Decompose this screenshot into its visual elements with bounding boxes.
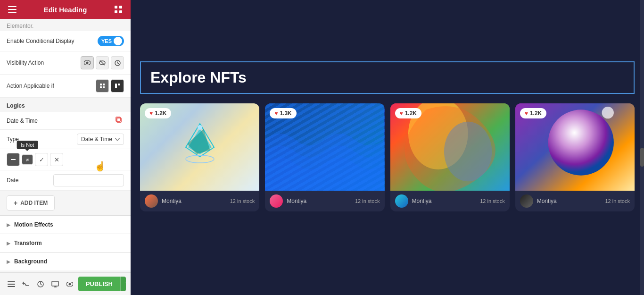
transform-header[interactable]: ▶ Transform <box>0 234 131 252</box>
transform-arrow: ▶ <box>7 241 10 246</box>
svg-point-45 <box>602 107 613 118</box>
visibility-hide-btn[interactable] <box>96 56 109 69</box>
nft-heading: Explore NFTs <box>150 69 624 86</box>
publish-btn[interactable]: PUBLISH <box>78 277 120 291</box>
background-label: Background <box>14 258 47 265</box>
responsive-btn[interactable] <box>49 277 62 292</box>
svg-rect-14 <box>100 84 102 85</box>
svg-rect-19 <box>118 84 120 85</box>
artist-name-1: Montiya <box>162 198 226 204</box>
visibility-show-btn[interactable] <box>81 56 94 69</box>
condition-minus-btn[interactable] <box>7 153 20 166</box>
heart-icon-2: ♥ <box>274 110 278 117</box>
stock-info-2: 12 in stock <box>355 198 380 204</box>
stock-info-1: 12 in stock <box>230 198 255 204</box>
visibility-action-row: Visibility Action <box>0 51 131 75</box>
svg-rect-22 <box>11 159 16 160</box>
svg-line-28 <box>41 284 42 285</box>
enable-conditional-display-toggle[interactable]: YES <box>98 36 124 46</box>
add-item-row: + ADD ITEM <box>0 191 131 215</box>
type-select[interactable]: Date & Time <box>77 134 124 145</box>
type-select-value: Date & Time <box>81 136 112 143</box>
date-time-label: Date & Time <box>7 118 38 124</box>
elementor-label: Elementor. <box>7 23 33 29</box>
nft-heading-section: Explore NFTs <box>140 61 635 94</box>
svg-rect-4 <box>119 6 122 8</box>
heart-icon-1: ♥ <box>149 110 153 117</box>
date-input[interactable] <box>53 174 124 186</box>
background-header[interactable]: ▶ Background <box>0 253 131 270</box>
toggle-yes-label: YES <box>101 38 112 44</box>
artist-avatar-1 <box>145 194 158 208</box>
artist-name-2: Montiya <box>287 198 351 204</box>
svg-line-13 <box>117 63 119 64</box>
publish-arrow-btn[interactable]: ▼ <box>120 277 126 291</box>
heart-icon-3: ♥ <box>400 110 403 117</box>
nft-card-image-2: ♥ 1.3K <box>265 103 384 191</box>
nft-card-footer-3: Montiya 12 in stock <box>390 191 510 211</box>
condition-btn-label: ≠ <box>26 157 29 162</box>
undo-btn[interactable] <box>19 277 32 292</box>
transform-section: ▶ Transform <box>0 234 131 252</box>
scrollbar[interactable] <box>640 0 644 295</box>
panel-body: Elementor. Enable Conditional Display YE… <box>0 19 131 295</box>
type-label: Type <box>7 136 19 143</box>
preview-btn[interactable] <box>64 277 76 292</box>
svg-rect-15 <box>103 84 105 85</box>
type-row: Type Date & Time <box>0 130 131 149</box>
bottom-toolbar: PUBLISH ▼ <box>0 272 131 295</box>
visibility-timer-btn[interactable] <box>111 56 124 69</box>
nft-likes-3: 1.2K <box>405 110 417 117</box>
right-content: Explore NFTs ♥ 1.2K <box>131 0 644 295</box>
nft-card: ♥ 1.2K Montiya 12 in stock <box>140 103 259 211</box>
grid-icon[interactable] <box>113 4 124 15</box>
background-section: ▶ Background <box>0 252 131 270</box>
svg-rect-2 <box>8 12 17 13</box>
action-applicable-btn-1[interactable] <box>96 79 109 93</box>
condition-close-btn[interactable]: ✕ <box>50 153 63 166</box>
copy-icon-btn[interactable] <box>114 116 124 126</box>
motion-effects-section: ▶ Motion Effects <box>0 215 131 234</box>
nft-likes-2: 1.3K <box>280 110 291 117</box>
svg-rect-16 <box>100 86 102 88</box>
motion-effects-header[interactable]: ▶ Motion Effects <box>0 216 131 234</box>
panel-title: Edit Heading <box>44 6 87 14</box>
condition-is-not-btn[interactable]: Is Not ≠ <box>22 154 33 165</box>
nft-grid: ♥ 1.2K Montiya 12 in stock <box>140 103 635 211</box>
add-item-label: ADD ITEM <box>20 200 48 206</box>
action-applicable-row: Action Applicable if <box>0 75 131 98</box>
condition-check-btn[interactable]: ✓ <box>35 153 48 166</box>
nft-like-badge-2: ♥ 1.3K <box>270 108 296 118</box>
toggle-knob <box>114 37 122 45</box>
elementor-breadcrumb: Elementor. <box>0 19 131 31</box>
date-time-row: Date & Time <box>0 112 131 130</box>
svg-rect-18 <box>115 84 117 88</box>
history-btn[interactable] <box>34 277 47 292</box>
visibility-action-group <box>81 56 124 69</box>
scrollbar-thumb[interactable] <box>640 148 644 167</box>
menu-icon[interactable] <box>7 4 18 15</box>
svg-rect-5 <box>115 10 117 13</box>
condition-row: Is Not ≠ ✓ ✕ ☝ <box>0 149 131 170</box>
publish-btn-group: PUBLISH ▼ <box>78 277 126 291</box>
transform-label: Transform <box>14 240 42 246</box>
heart-icon-4: ♥ <box>525 110 528 117</box>
action-applicable-group <box>96 79 124 93</box>
plus-icon: + <box>14 199 17 207</box>
visibility-action-label: Visibility Action <box>7 59 44 66</box>
svg-rect-1 <box>8 9 17 10</box>
svg-rect-24 <box>8 284 15 285</box>
nft-like-badge-4: ♥ 1.2K <box>520 108 546 118</box>
artist-avatar-4 <box>520 194 533 208</box>
svg-point-33 <box>69 283 71 285</box>
svg-rect-23 <box>8 281 15 282</box>
publish-arrow-icon: ▼ <box>124 280 126 287</box>
nft-card-4: ♥ 1.2K <box>515 103 635 211</box>
action-applicable-btn-2[interactable] <box>111 79 124 93</box>
motion-effects-arrow: ▶ <box>7 222 10 228</box>
svg-rect-0 <box>8 6 17 7</box>
date-label: Date <box>7 177 18 184</box>
condition-inner: Is Not ≠ ✓ ✕ ☝ <box>7 153 124 166</box>
add-item-btn[interactable]: + ADD ITEM <box>7 195 55 211</box>
hamburger-btn[interactable] <box>5 277 17 292</box>
